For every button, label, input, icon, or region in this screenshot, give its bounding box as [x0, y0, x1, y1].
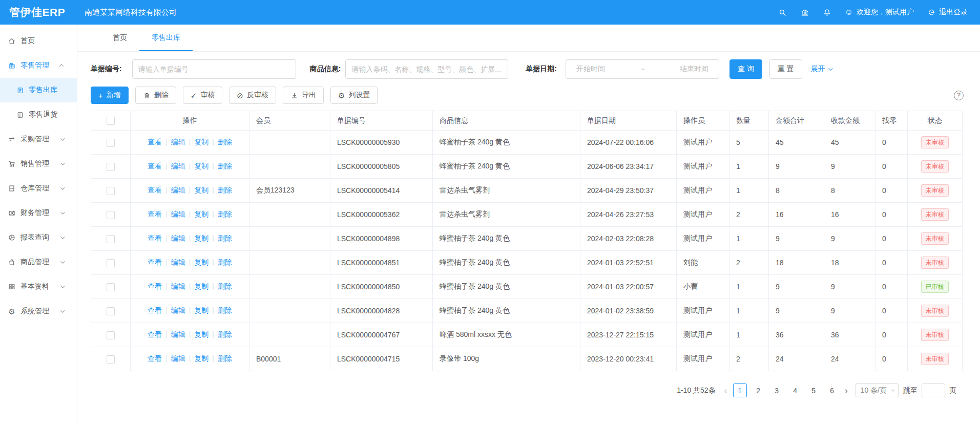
row-action-view[interactable]: 查看 — [148, 234, 162, 242]
notification-bell-icon[interactable] — [823, 8, 831, 17]
row-action-view[interactable]: 查看 — [148, 210, 162, 218]
page-number-1[interactable]: 1 — [733, 383, 747, 397]
unaudit-button[interactable]: ⊘ 反审核 — [229, 87, 276, 104]
product-info-input[interactable] — [345, 59, 508, 79]
row-action-edit[interactable]: 编辑 — [171, 138, 185, 146]
row-action-copy[interactable]: 复制 — [194, 258, 208, 266]
bill-no-input[interactable] — [132, 59, 296, 79]
row-checkbox[interactable] — [107, 259, 115, 267]
row-action-edit[interactable]: 编辑 — [171, 258, 185, 266]
sidebar-item-purchase-management[interactable]: 采购管理 — [0, 127, 77, 152]
row-action-delete[interactable]: 删除 — [218, 282, 232, 290]
page-size-select[interactable]: 10 条/页 — [856, 383, 899, 397]
row-checkbox[interactable] — [107, 355, 115, 364]
sidebar-item-finance-management[interactable]: 财务管理 — [0, 201, 77, 225]
row-checkbox[interactable] — [107, 331, 115, 339]
row-action-view[interactable]: 查看 — [148, 162, 162, 170]
row-action-edit[interactable]: 编辑 — [171, 354, 185, 362]
row-action-view[interactable]: 查看 — [148, 186, 162, 194]
audit-button[interactable]: ✓ 审核 — [183, 87, 223, 104]
date-separator: ~ — [640, 65, 644, 73]
row-action-view[interactable]: 查看 — [148, 282, 162, 290]
page-number-6[interactable]: 6 — [825, 383, 839, 397]
filter-bar: 单据编号: 商品信息: 单据日期: 开始时间 ~ 结束时间 查 询 重 置 展开 — [91, 59, 980, 79]
bill-no-cell: LSCK00000005414 — [330, 179, 433, 203]
row-action-copy[interactable]: 复制 — [194, 282, 208, 290]
row-action-view[interactable]: 查看 — [148, 354, 162, 362]
row-action-delete[interactable]: 删除 — [218, 306, 232, 314]
help-icon[interactable]: ? — [954, 91, 964, 100]
row-checkbox[interactable] — [107, 139, 115, 147]
tab-home[interactable]: 首页 — [100, 25, 139, 51]
row-action-delete[interactable]: 删除 — [218, 186, 232, 194]
prev-page-icon[interactable]: ‹ — [723, 386, 728, 395]
date-range-input[interactable]: 开始时间 ~ 结束时间 — [566, 59, 719, 79]
search-icon[interactable] — [778, 8, 787, 17]
tab-retail-outbound[interactable]: 零售出库 — [139, 25, 193, 51]
row-checkbox[interactable] — [107, 163, 115, 171]
export-button[interactable]: 导出 — [283, 87, 324, 104]
sidebar-item-warehouse-management[interactable]: 仓库管理 — [0, 176, 77, 201]
row-action-view[interactable]: 查看 — [148, 306, 162, 314]
logout-button[interactable]: 退出登录 — [927, 8, 968, 17]
row-action-delete[interactable]: 删除 — [218, 330, 232, 338]
row-action-delete[interactable]: 删除 — [218, 162, 232, 170]
row-action-delete[interactable]: 删除 — [218, 354, 232, 362]
row-action-edit[interactable]: 编辑 — [171, 330, 185, 338]
row-action-copy[interactable]: 复制 — [194, 210, 208, 218]
row-action-view[interactable]: 查看 — [148, 258, 162, 266]
add-button[interactable]: + 新增 — [91, 87, 129, 104]
row-action-edit[interactable]: 编辑 — [171, 162, 185, 170]
row-action-copy[interactable]: 复制 — [194, 234, 208, 242]
row-checkbox[interactable] — [107, 187, 115, 195]
sidebar-item-goods-management[interactable]: 商品管理 — [0, 250, 77, 274]
sidebar-item-retail-outbound[interactable]: 零售出库 — [0, 78, 77, 102]
bill-no-cell: LSCK00000005805 — [330, 155, 433, 179]
row-action-copy[interactable]: 复制 — [194, 330, 208, 338]
column-settings-button[interactable]: ⚙ 列设置 — [330, 87, 378, 104]
row-action-delete[interactable]: 删除 — [218, 258, 232, 266]
sidebar-item-retail-return[interactable]: 零售退货 — [0, 102, 77, 127]
jump-page-input[interactable] — [922, 383, 945, 397]
sidebar-item-sales-management[interactable]: 销售管理 — [0, 152, 77, 176]
row-action-copy[interactable]: 复制 — [194, 162, 208, 170]
page-number-4[interactable]: 4 — [788, 383, 802, 397]
sidebar-item-system-management[interactable]: ⚙ 系统管理 — [0, 299, 77, 324]
expand-link[interactable]: 展开 — [811, 65, 831, 74]
delete-button[interactable]: 删除 — [135, 87, 176, 104]
row-checkbox[interactable] — [107, 211, 115, 219]
reset-button[interactable]: 重 置 — [769, 59, 802, 79]
row-action-delete[interactable]: 删除 — [218, 234, 232, 242]
row-action-delete[interactable]: 删除 — [218, 138, 232, 146]
row-checkbox[interactable] — [107, 307, 115, 315]
row-action-edit[interactable]: 编辑 — [171, 186, 185, 194]
row-action-view[interactable]: 查看 — [148, 138, 162, 146]
row-action-view[interactable]: 查看 — [148, 330, 162, 338]
sidebar-item-report-query[interactable]: 报表查询 — [0, 225, 77, 250]
next-page-icon[interactable]: › — [844, 386, 849, 395]
action-separator: | — [212, 138, 214, 146]
row-action-copy[interactable]: 复制 — [194, 306, 208, 314]
row-action-copy[interactable]: 复制 — [194, 186, 208, 194]
row-action-edit[interactable]: 编辑 — [171, 234, 185, 242]
table-row: 查看|编辑|复制|删除会员123123LSCK00000005414雷达杀虫气雾… — [91, 179, 963, 203]
row-action-delete[interactable]: 删除 — [218, 210, 232, 218]
sidebar-item-basic-data[interactable]: 基本资料 — [0, 274, 77, 299]
row-checkbox[interactable] — [107, 235, 115, 243]
row-action-copy[interactable]: 复制 — [194, 354, 208, 362]
select-all-checkbox[interactable] — [107, 117, 115, 125]
user-welcome[interactable]: ☺ 欢迎您，测试用户 — [845, 8, 914, 17]
query-button[interactable]: 查 询 — [729, 59, 762, 79]
row-action-edit[interactable]: 编辑 — [171, 282, 185, 290]
sidebar-item-home[interactable]: 首页 — [0, 29, 77, 53]
row-checkbox[interactable] — [107, 283, 115, 291]
row-action-edit[interactable]: 编辑 — [171, 210, 185, 218]
page-number-3[interactable]: 3 — [770, 383, 784, 397]
sidebar-item-retail-management[interactable]: 零售管理 — [0, 53, 77, 78]
row-action-edit[interactable]: 编辑 — [171, 306, 185, 314]
page-number-2[interactable]: 2 — [752, 383, 765, 397]
page-number-5[interactable]: 5 — [807, 383, 821, 397]
bank-icon[interactable] — [800, 8, 809, 17]
row-action-copy[interactable]: 复制 — [194, 138, 208, 146]
action-separator: | — [189, 186, 191, 194]
